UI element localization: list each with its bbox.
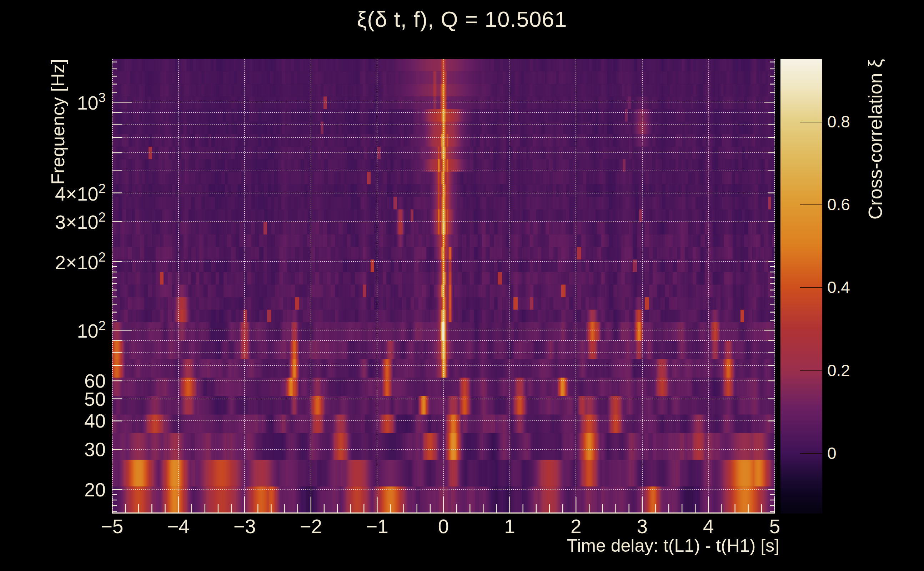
y-tick-label: 50 [84, 389, 106, 409]
colorbar-tick [800, 287, 822, 288]
colorbar-tick-label: 0 [827, 445, 836, 461]
x-tick-label: −1 [366, 517, 388, 536]
y-tick-label: 4×102 [55, 183, 106, 203]
y-tick-label: 103 [77, 92, 106, 113]
y-tick-label: 20 [84, 480, 106, 499]
y-axis-title: Frequency [Hz] [47, 59, 68, 185]
y-tick-label: 2×102 [55, 251, 106, 272]
colorbar-tick-label: 0.8 [827, 114, 850, 130]
colorbar-tick [800, 370, 822, 371]
colorbar-title: Cross-correlation ξ [864, 59, 886, 219]
x-tick-label: 5 [769, 517, 780, 536]
x-tick-label: −4 [167, 517, 190, 536]
x-tick-label: 0 [438, 517, 449, 536]
colorbar-gradient [780, 59, 822, 514]
colorbar-tick-label: 0.6 [827, 196, 850, 213]
colorbar-tick [800, 122, 822, 122]
x-tick-label: −3 [233, 517, 256, 536]
y-tick-label: 102 [77, 320, 106, 341]
colorbar-tick-label: 0.2 [827, 362, 850, 379]
chart-title: ξ(δ t, f), Q = 10.5061 [0, 6, 924, 32]
x-tick-label: 3 [637, 517, 648, 536]
figure: ξ(δ t, f), Q = 10.5061 Frequency [Hz] 10… [0, 0, 924, 571]
x-tick-label: 2 [570, 517, 582, 536]
y-tick-label: 40 [84, 411, 106, 431]
heatmap-canvas [112, 59, 775, 514]
y-tick-label: 3×102 [55, 211, 106, 231]
x-tick-label: 1 [504, 517, 515, 536]
x-axis-title: Time delay: t(L1) - t(H1) [s] [0, 536, 779, 556]
colorbar-tick-label: 0.4 [827, 279, 850, 295]
x-tick-label: 4 [703, 517, 714, 536]
y-tick-label: 30 [84, 440, 106, 459]
x-tick-label: −5 [101, 517, 124, 536]
colorbar-tick [800, 204, 822, 205]
colorbar-tick [800, 453, 822, 454]
x-tick-label: −2 [300, 517, 322, 536]
y-tick-label: 60 [84, 371, 106, 390]
